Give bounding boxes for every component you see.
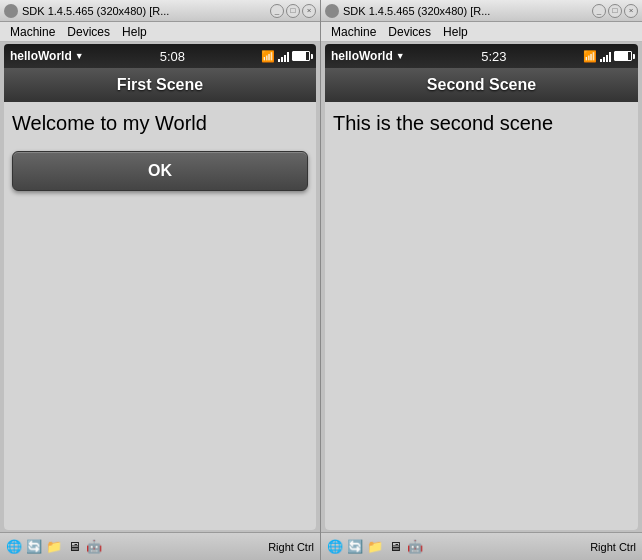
- taskbar-2: 🌐 🔄 📁 🖥 🤖 Right Ctrl: [321, 532, 642, 560]
- status-time-2: 5:23: [405, 49, 583, 64]
- signal-bar-7: [606, 55, 608, 62]
- taskbar-icon-globe-2[interactable]: 🌐: [327, 539, 343, 555]
- close-button-1[interactable]: ×: [302, 4, 316, 18]
- menu-machine-2[interactable]: Machine: [325, 22, 382, 41]
- phone-icon-2: 📶: [583, 50, 597, 63]
- signal-bar-2: [281, 57, 283, 62]
- dropdown-arrow-1: ▼: [75, 51, 84, 61]
- phone-frame-1: helloWorld ▼ 5:08 📶: [4, 44, 316, 530]
- title-buttons-2: _ □ ×: [592, 4, 638, 18]
- menu-machine-1[interactable]: Machine: [4, 22, 61, 41]
- scene-content-2: This is the second scene: [325, 102, 638, 530]
- signal-bar-5: [600, 59, 602, 62]
- scene-title-bar-1: First Scene: [4, 68, 316, 102]
- taskbar-icon-android-2[interactable]: 🤖: [407, 539, 423, 555]
- signal-bars-1: [278, 50, 289, 62]
- ok-button-container: OK: [12, 151, 308, 191]
- taskbar-icons-left-1: 🌐 🔄 📁 🖥 🤖: [6, 539, 102, 555]
- taskbar-icon-android-1[interactable]: 🤖: [86, 539, 102, 555]
- battery-icon-1: [292, 51, 310, 61]
- taskbar-1: 🌐 🔄 📁 🖥 🤖 Right Ctrl: [0, 532, 320, 560]
- app-name-1: helloWorld ▼: [10, 49, 84, 63]
- signal-bar-6: [603, 57, 605, 62]
- app-icon-1: [4, 4, 18, 18]
- title-text-1: SDK 1.4.5.465 (320x480) [R...: [22, 5, 270, 17]
- title-bar-1: SDK 1.4.5.465 (320x480) [R... _ □ ×: [0, 0, 320, 22]
- signal-bar-8: [609, 52, 611, 62]
- scene-title-bar-2: Second Scene: [325, 68, 638, 102]
- app-name-2: helloWorld ▼: [331, 49, 405, 63]
- right-ctrl-label-1: Right Ctrl: [268, 541, 314, 553]
- maximize-button-2[interactable]: □: [608, 4, 622, 18]
- right-ctrl-label-2: Right Ctrl: [590, 541, 636, 553]
- scene-title-text-1: First Scene: [117, 76, 203, 93]
- menu-help-1[interactable]: Help: [116, 22, 153, 41]
- taskbar-icon-folder-1[interactable]: 📁: [46, 539, 62, 555]
- ok-button[interactable]: OK: [12, 151, 308, 191]
- battery-icon-2: [614, 51, 632, 61]
- taskbar-icon-arrows-1[interactable]: 🔄: [26, 539, 42, 555]
- minimize-button-1[interactable]: _: [270, 4, 284, 18]
- status-time-1: 5:08: [84, 49, 261, 64]
- taskbar-right-2: Right Ctrl: [590, 541, 636, 553]
- taskbar-right-1: Right Ctrl: [268, 541, 314, 553]
- menu-help-2[interactable]: Help: [437, 22, 474, 41]
- menu-bar-1: Machine Devices Help: [0, 22, 320, 42]
- menu-devices-1[interactable]: Devices: [61, 22, 116, 41]
- title-bar-2: SDK 1.4.5.465 (320x480) [R... _ □ ×: [321, 0, 642, 22]
- scene-text-1: Welcome to my World: [12, 112, 308, 135]
- menu-devices-2[interactable]: Devices: [382, 22, 437, 41]
- phone-frame-2: helloWorld ▼ 5:23 📶: [325, 44, 638, 530]
- taskbar-icons-left-2: 🌐 🔄 📁 🖥 🤖: [327, 539, 423, 555]
- signal-bar-1: [278, 59, 280, 62]
- phone-icon-1: 📶: [261, 50, 275, 63]
- emulator-2: SDK 1.4.5.465 (320x480) [R... _ □ × Mach…: [321, 0, 642, 560]
- title-text-2: SDK 1.4.5.465 (320x480) [R...: [343, 5, 592, 17]
- title-buttons-1: _ □ ×: [270, 4, 316, 18]
- dropdown-arrow-2: ▼: [396, 51, 405, 61]
- minimize-button-2[interactable]: _: [592, 4, 606, 18]
- menu-bar-2: Machine Devices Help: [321, 22, 642, 42]
- taskbar-icon-folder-2[interactable]: 📁: [367, 539, 383, 555]
- status-bar-2: helloWorld ▼ 5:23 📶: [325, 44, 638, 68]
- scene-content-1: Welcome to my World OK: [4, 102, 316, 530]
- status-icons-1: 📶: [261, 50, 310, 63]
- status-bar-1: helloWorld ▼ 5:08 📶: [4, 44, 316, 68]
- status-icons-2: 📶: [583, 50, 632, 63]
- app-icon-2: [325, 4, 339, 18]
- taskbar-icon-arrows-2[interactable]: 🔄: [347, 539, 363, 555]
- signal-bar-3: [284, 55, 286, 62]
- close-button-2[interactable]: ×: [624, 4, 638, 18]
- taskbar-icon-screen-1[interactable]: 🖥: [66, 539, 82, 555]
- scene-title-text-2: Second Scene: [427, 76, 536, 93]
- taskbar-icon-globe-1[interactable]: 🌐: [6, 539, 22, 555]
- taskbar-icon-screen-2[interactable]: 🖥: [387, 539, 403, 555]
- signal-bar-4: [287, 52, 289, 62]
- signal-bars-2: [600, 50, 611, 62]
- emulator-1: SDK 1.4.5.465 (320x480) [R... _ □ × Mach…: [0, 0, 321, 560]
- maximize-button-1[interactable]: □: [286, 4, 300, 18]
- scene-text-2: This is the second scene: [333, 112, 630, 135]
